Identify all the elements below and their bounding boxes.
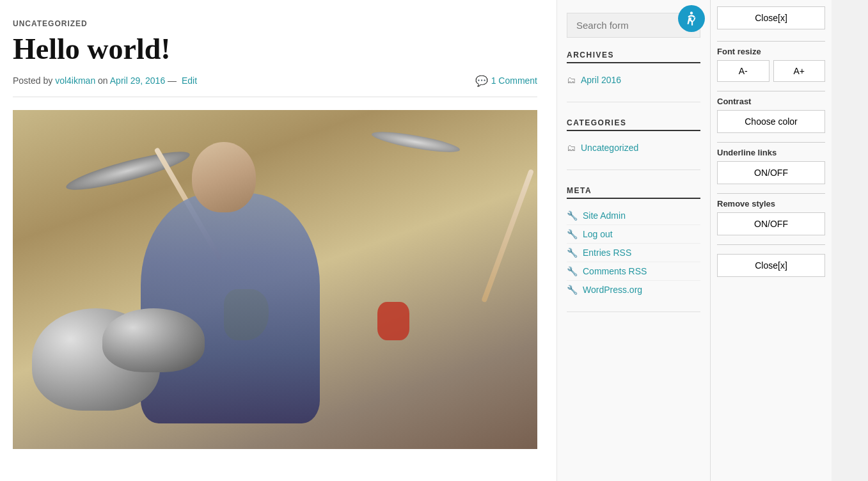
accessibility-icon-button[interactable] <box>678 5 705 32</box>
comments-rss-link[interactable]: Comments RSS <box>583 266 647 276</box>
comment-count-text: 1 Comment <box>491 75 537 86</box>
wrench-icon-1: 🔧 <box>567 210 578 221</box>
site-admin-link[interactable]: Site Admin <box>583 210 626 221</box>
meta-logout: 🔧 Log out <box>567 225 700 244</box>
close-bottom-button[interactable]: Close[x] <box>717 254 825 277</box>
meta-comments-rss: 🔧 Comments RSS <box>567 262 700 281</box>
wordpress-org-link[interactable]: WordPress.org <box>583 285 642 295</box>
logout-link[interactable]: Log out <box>583 229 613 239</box>
contrast-label: Contrast <box>717 97 825 106</box>
category-label: UNCATEGORIZED <box>13 19 537 28</box>
on-text: on <box>98 75 108 86</box>
wrench-icon-2: 🔧 <box>567 229 578 239</box>
meta-section: META 🔧 Site Admin 🔧 Log out 🔧 Entries RS… <box>567 186 700 312</box>
font-resize-label: Font resize <box>717 47 825 56</box>
right-panel-wrapper: ARCHIVES 🗂 April 2016 CATEGORIES 🗂 Uncat… <box>556 0 832 481</box>
dash-text: — <box>168 75 179 86</box>
accessibility-panel: Close[x] Font resize A- A+ Contrast Choo… <box>710 0 832 481</box>
divider-1 <box>717 41 825 42</box>
author-link[interactable]: vol4ikman <box>55 75 95 86</box>
main-content: UNCATEGORIZED Hello world! Posted by vol… <box>0 0 556 481</box>
date-link[interactable]: April 29, 2016 <box>110 75 165 86</box>
child-silhouette <box>141 193 320 423</box>
remove-styles-label: Remove styles <box>717 199 825 209</box>
sidebar: ARCHIVES 🗂 April 2016 CATEGORIES 🗂 Uncat… <box>556 0 710 481</box>
font-increase-button[interactable]: A+ <box>773 60 826 82</box>
meta-title: META <box>567 186 700 199</box>
wrench-icon-5: 🔧 <box>567 285 578 295</box>
categories-section: CATEGORIES 🗂 Uncategorized <box>567 118 700 170</box>
underline-links-label: Underline links <box>717 148 825 157</box>
svg-point-0 <box>690 12 693 14</box>
font-resize-buttons: A- A+ <box>717 60 825 82</box>
divider-4 <box>717 193 825 194</box>
meta-entries-rss: 🔧 Entries RSS <box>567 244 700 262</box>
archive-item: 🗂 April 2016 <box>567 71 700 89</box>
category-uncategorized[interactable]: Uncategorized <box>581 143 638 153</box>
comment-count-link[interactable]: 💬 1 Comment <box>475 75 537 87</box>
category-item: 🗂 Uncategorized <box>567 139 700 157</box>
access-panel-inner: Close[x] Font resize A- A+ Contrast Choo… <box>711 0 832 283</box>
divider-2 <box>717 91 825 91</box>
font-resize-section: Font resize A- A+ <box>717 47 825 82</box>
red-object <box>377 302 409 340</box>
choose-color-button[interactable]: Choose color <box>717 110 825 133</box>
meta-left: Posted by vol4ikman on April 29, 2016 — … <box>13 75 197 86</box>
contrast-section: Contrast Choose color <box>717 97 825 133</box>
folder-icon: 🗂 <box>567 75 576 85</box>
posted-by-text: Posted by <box>13 75 52 86</box>
child-head <box>192 142 256 212</box>
remove-styles-toggle-button[interactable]: ON/OFF <box>717 212 825 235</box>
meta-wordpress-org: 🔧 WordPress.org <box>567 281 700 299</box>
archives-title: ARCHIVES <box>567 51 700 63</box>
accessibility-svg-icon <box>683 10 700 27</box>
meta-site-admin: 🔧 Site Admin <box>567 207 700 225</box>
post-title: Hello world! <box>13 33 537 66</box>
underline-toggle-button[interactable]: ON/OFF <box>717 161 825 184</box>
archive-april-2016[interactable]: April 2016 <box>581 75 621 85</box>
entries-rss-link[interactable]: Entries RSS <box>583 248 631 258</box>
post-image <box>13 110 537 449</box>
drum-snare <box>102 308 205 372</box>
close-top-button[interactable]: Close[x] <box>717 6 825 29</box>
wrench-icon-4: 🔧 <box>567 266 578 276</box>
underline-links-section: Underline links ON/OFF <box>717 148 825 184</box>
edit-link[interactable]: Edit <box>182 75 197 86</box>
wrench-icon-3: 🔧 <box>567 248 578 258</box>
folder-icon-cat: 🗂 <box>567 143 576 153</box>
categories-title: CATEGORIES <box>567 118 700 131</box>
divider-5 <box>717 244 825 245</box>
font-decrease-button[interactable]: A- <box>717 60 769 82</box>
comment-bubble-icon: 💬 <box>475 75 488 87</box>
archives-section: ARCHIVES 🗂 April 2016 <box>567 51 700 102</box>
divider-3 <box>717 142 825 143</box>
remove-styles-section: Remove styles ON/OFF <box>717 199 825 235</box>
post-meta: Posted by vol4ikman on April 29, 2016 — … <box>13 75 537 97</box>
